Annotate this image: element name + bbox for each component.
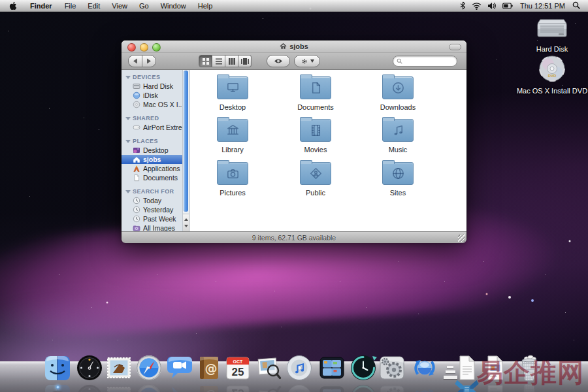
view-list-button[interactable]	[212, 55, 225, 67]
documents-icon	[452, 353, 481, 382]
scroll-down-arrow[interactable]	[184, 225, 188, 227]
toolbar-toggle-button[interactable]	[449, 44, 461, 50]
sidebar-item-applications[interactable]: Applications	[122, 164, 189, 173]
scroll-up-arrow[interactable]	[184, 218, 188, 221]
dock-app-itunes[interactable]	[285, 353, 314, 382]
svg-text:25: 25	[232, 387, 244, 392]
apple-menu[interactable]	[9, 1, 17, 10]
dock-app-address-book[interactable]: @ @	[195, 353, 223, 382]
sidebar-item-desktop[interactable]: Desktop	[122, 146, 189, 155]
close-button[interactable]	[127, 43, 136, 52]
sidebar-scrollbar[interactable]	[182, 70, 189, 231]
folder-documents[interactable]: Documents	[283, 76, 348, 111]
dock-app-software-update[interactable]	[410, 353, 439, 382]
dock-app-safari[interactable]	[135, 353, 163, 382]
scrollbar-thumb[interactable]	[184, 71, 188, 212]
dock-app-system-preferences[interactable]	[378, 353, 406, 382]
menu-view[interactable]: View	[106, 2, 133, 10]
sidebar-item-sjobs[interactable]: sjobs	[122, 155, 183, 164]
folder-icon	[300, 76, 331, 99]
menu-go[interactable]: Go	[133, 2, 155, 10]
dock-app-dashboard[interactable]	[75, 353, 104, 382]
sidebar-item-hard-disk[interactable]: Hard Disk	[122, 82, 189, 91]
quick-look-button[interactable]	[267, 55, 290, 67]
dock-app-mail[interactable]	[105, 353, 133, 382]
view-column-button[interactable]	[225, 55, 238, 67]
dock-app-time-machine[interactable]	[349, 353, 378, 382]
folder-library[interactable]: Library	[200, 119, 265, 154]
sidebar-item-airport-extreme[interactable]: AirPort Extreme	[122, 123, 189, 132]
dock-app-ical[interactable]: OCT25 OCT25	[223, 353, 252, 382]
menu-window[interactable]: Window	[155, 2, 192, 10]
sidebar-section-places[interactable]: PLACES	[122, 137, 189, 146]
sidebar-item-today[interactable]: Today	[122, 196, 189, 205]
forward-button[interactable]	[142, 55, 156, 67]
sidebar-section-search-for[interactable]: SEARCH FOR	[122, 187, 189, 196]
search-field[interactable]	[393, 56, 457, 67]
dock-reflection	[480, 383, 509, 392]
clock-icon	[133, 197, 140, 204]
zoom-button[interactable]	[152, 43, 161, 52]
dock-app-finder[interactable]	[43, 353, 72, 382]
action-menu-button[interactable]	[294, 55, 320, 67]
menu-bar: FinderFileEditViewGoWindowHelp Thu 12:51…	[0, 0, 588, 12]
bluetooth-icon[interactable]	[460, 1, 466, 10]
volume-icon[interactable]	[487, 2, 497, 10]
menu-clock[interactable]: Thu 12:51 PM	[519, 2, 566, 10]
spaces-icon	[318, 353, 346, 382]
folder-movies[interactable]: Movies	[283, 119, 348, 154]
dock-reflection	[452, 383, 481, 392]
folder-public[interactable]: Public	[283, 162, 348, 197]
sidebar-section-devices[interactable]: DEVICES	[122, 73, 189, 82]
dvd-icon: DVD	[506, 55, 588, 85]
dock-stack-documents[interactable]	[452, 353, 481, 382]
dock-app-spaces[interactable]	[318, 353, 346, 382]
menu-help[interactable]: Help	[192, 2, 219, 10]
hard-disk-icon	[506, 16, 588, 43]
clock-icon	[133, 206, 140, 214]
view-coverflow-button[interactable]	[238, 55, 252, 67]
resize-grip[interactable]	[458, 235, 465, 242]
window-titlebar[interactable]: sjobs	[122, 41, 466, 53]
view-icon-button[interactable]	[199, 55, 212, 67]
music-glyph-icon	[383, 120, 413, 141]
minimize-button[interactable]	[140, 43, 148, 52]
sidebar-item-idisk[interactable]: iDisk	[122, 91, 189, 100]
dock-app-preview[interactable]	[255, 353, 284, 382]
folder-desktop[interactable]: Desktop	[200, 76, 265, 111]
menu-finder[interactable]: Finder	[24, 2, 59, 10]
sidebar-item-yesterday[interactable]: Yesterday	[122, 205, 189, 214]
battery-icon[interactable]	[502, 3, 513, 9]
disclosure-triangle-icon[interactable]	[125, 140, 131, 143]
sidebar-item-label: iDisk	[143, 91, 158, 99]
sidebar-item-mac-os-x-i-[interactable]: Mac OS X I...	[122, 100, 189, 109]
search-input[interactable]	[402, 57, 451, 65]
back-button[interactable]	[128, 55, 142, 67]
menu-edit[interactable]: Edit	[82, 2, 106, 10]
disclosure-triangle-icon[interactable]	[125, 117, 131, 120]
wifi-icon[interactable]	[472, 2, 482, 10]
sidebar-item-documents[interactable]: Documents	[122, 173, 189, 182]
folder-pictures[interactable]: Pictures	[200, 162, 265, 197]
desktop-icon-hard-disk[interactable]: Hard Disk	[506, 16, 588, 53]
dock-trash-trash[interactable]	[515, 353, 544, 382]
sidebar-section-shared[interactable]: SHARED	[122, 114, 189, 123]
disclosure-triangle-icon[interactable]	[125, 76, 131, 79]
svg-text:@: @	[205, 389, 218, 392]
svg-text:@: @	[205, 361, 218, 376]
desktop-icon-dvd[interactable]: DVD Mac OS X Install DVD	[506, 55, 588, 95]
folder-downloads[interactable]: Downloads	[365, 76, 431, 111]
sidebar-item-all-images[interactable]: All Images	[122, 223, 189, 231]
dock-stack-downloads[interactable]	[480, 353, 509, 382]
disclosure-triangle-icon[interactable]	[125, 190, 131, 193]
finder-running-indicator	[56, 385, 59, 389]
sidebar-item-label: All Images	[143, 224, 175, 231]
sidebar-item-past-week[interactable]: Past Week	[122, 214, 189, 223]
dock-app-ichat[interactable]	[165, 353, 194, 382]
folder-sites[interactable]: Sites	[365, 162, 431, 197]
folder-music[interactable]: Music	[365, 119, 431, 154]
dock-reflection	[285, 383, 314, 392]
spotlight-icon[interactable]	[572, 1, 580, 10]
menu-file[interactable]: File	[59, 2, 82, 10]
folder-label: Public	[283, 189, 348, 197]
